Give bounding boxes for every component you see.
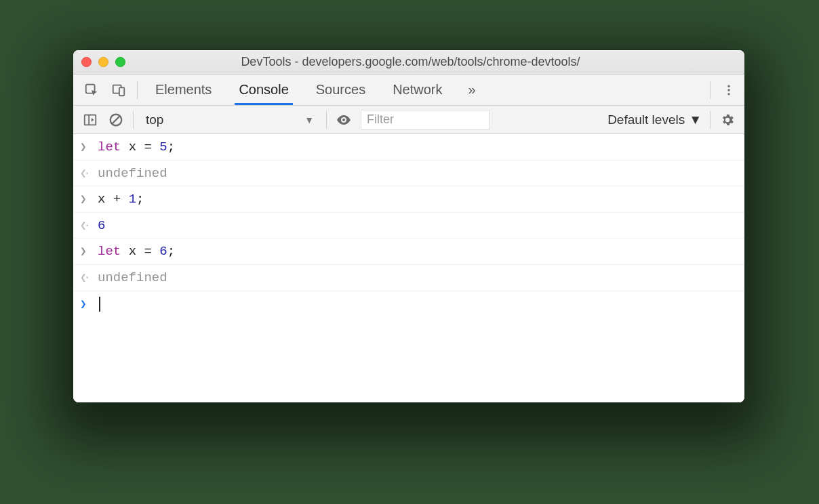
svg-point-3 <box>727 85 730 87</box>
output-chevron-icon <box>80 217 92 233</box>
log-levels-selector[interactable]: Default levels ▼ <box>607 112 702 127</box>
svg-line-9 <box>113 116 120 123</box>
console-output-row: undefined <box>73 265 744 291</box>
window-title: DevTools - developers.google.com/web/too… <box>132 55 736 69</box>
tabs-overflow[interactable]: » <box>468 75 477 104</box>
zoom-window-button[interactable] <box>115 57 125 67</box>
separator <box>710 81 711 99</box>
code-line <box>98 295 100 314</box>
code-line: undefined <box>98 269 167 287</box>
context-selector[interactable]: top ▼ <box>142 111 318 129</box>
tab-network[interactable]: Network <box>391 75 443 104</box>
console-input-row: x + 1; <box>73 186 744 213</box>
console-input-row: let x = 5; <box>73 134 744 161</box>
output-chevron-icon <box>80 269 92 285</box>
console-toolbar: top ▼ Default levels ▼ <box>73 106 744 134</box>
filter-input[interactable] <box>361 110 490 130</box>
sidebar-toggle-icon[interactable] <box>81 111 99 129</box>
context-selector-label: top <box>146 112 163 127</box>
separator <box>137 81 138 99</box>
device-toggle-icon[interactable] <box>110 81 127 99</box>
window-titlebar: DevTools - developers.google.com/web/too… <box>73 50 744 75</box>
devtools-tabstrip: Elements Console Sources Network » <box>73 75 744 106</box>
input-chevron-icon <box>80 190 92 207</box>
clear-console-icon[interactable] <box>107 111 125 129</box>
close-window-button[interactable] <box>81 57 92 67</box>
console-prompt-row[interactable] <box>73 291 744 317</box>
minimize-window-button[interactable] <box>98 57 108 67</box>
svg-point-4 <box>727 89 730 91</box>
tab-sources[interactable]: Sources <box>315 75 367 104</box>
console-input-row: let x = 6; <box>73 238 744 265</box>
separator <box>133 111 134 129</box>
console-output-row: 6 <box>73 213 744 239</box>
chevron-down-icon: ▼ <box>689 112 702 127</box>
traffic-lights <box>81 57 125 67</box>
svg-rect-6 <box>85 114 96 125</box>
devtools-window: DevTools - developers.google.com/web/too… <box>73 50 744 402</box>
separator <box>710 111 711 129</box>
settings-icon[interactable] <box>719 111 736 129</box>
log-levels-label: Default levels <box>607 112 685 127</box>
code-line: x + 1; <box>98 190 144 209</box>
input-chevron-icon <box>80 138 92 154</box>
chevron-down-icon: ▼ <box>304 114 314 125</box>
output-chevron-icon <box>80 165 92 181</box>
live-expression-icon[interactable] <box>335 111 353 129</box>
more-vert-icon[interactable] <box>720 81 738 99</box>
panel-tabs: Elements Console Sources Network » <box>147 75 477 104</box>
tab-console[interactable]: Console <box>237 75 289 104</box>
prompt-chevron-icon <box>80 295 92 312</box>
input-chevron-icon <box>80 243 92 259</box>
svg-point-10 <box>342 119 345 121</box>
inspect-icon[interactable] <box>83 81 100 99</box>
text-cursor <box>99 297 100 312</box>
separator <box>326 111 327 129</box>
code-line: 6 <box>98 217 105 235</box>
code-line: undefined <box>98 165 167 183</box>
console-output-row: undefined <box>73 161 744 187</box>
svg-point-5 <box>727 93 730 95</box>
console-output[interactable]: let x = 5;undefinedx + 1;6let x = 6;unde… <box>73 134 744 402</box>
tab-elements[interactable]: Elements <box>154 75 213 104</box>
svg-rect-2 <box>119 87 124 96</box>
code-line: let x = 5; <box>98 138 175 156</box>
code-line: let x = 6; <box>98 243 175 261</box>
